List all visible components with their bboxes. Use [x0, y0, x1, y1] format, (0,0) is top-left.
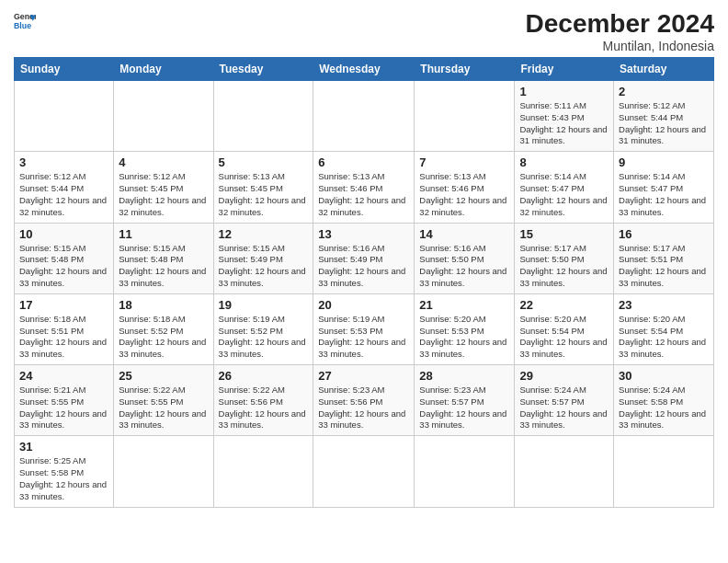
calendar-cell: 12Sunrise: 5:15 AMSunset: 5:49 PMDayligh… — [213, 223, 313, 293]
calendar-cell — [114, 436, 213, 507]
day-info: Sunrise: 5:15 AMSunset: 5:49 PMDaylight:… — [219, 243, 309, 290]
day-number: 4 — [119, 155, 208, 169]
day-info: Sunrise: 5:11 AMSunset: 5:43 PMDaylight:… — [519, 100, 609, 147]
calendar-cell — [515, 436, 614, 507]
calendar-cell: 31Sunrise: 5:25 AMSunset: 5:58 PMDayligh… — [15, 436, 114, 507]
calendar-cell: 29Sunrise: 5:24 AMSunset: 5:57 PMDayligh… — [515, 365, 614, 436]
calendar-cell: 25Sunrise: 5:22 AMSunset: 5:55 PMDayligh… — [114, 365, 213, 436]
calendar-cell: 26Sunrise: 5:22 AMSunset: 5:56 PMDayligh… — [213, 365, 313, 436]
day-number: 9 — [619, 155, 709, 169]
day-info: Sunrise: 5:17 AMSunset: 5:50 PMDaylight:… — [519, 243, 609, 290]
calendar-cell: 18Sunrise: 5:18 AMSunset: 5:52 PMDayligh… — [114, 293, 213, 364]
day-number: 21 — [419, 298, 509, 312]
calendar-cell: 11Sunrise: 5:15 AMSunset: 5:48 PMDayligh… — [114, 223, 213, 293]
calendar-cell: 10Sunrise: 5:15 AMSunset: 5:48 PMDayligh… — [15, 223, 114, 293]
day-number: 31 — [19, 440, 108, 454]
col-monday: Monday — [114, 58, 213, 81]
header: General Blue December 2024 Muntilan, Ind… — [14, 9, 714, 53]
day-info: Sunrise: 5:18 AMSunset: 5:52 PMDaylight:… — [119, 314, 208, 361]
day-info: Sunrise: 5:19 AMSunset: 5:52 PMDaylight:… — [219, 314, 309, 361]
calendar-cell: 16Sunrise: 5:17 AMSunset: 5:51 PMDayligh… — [614, 223, 714, 293]
day-number: 20 — [318, 298, 409, 312]
calendar-table: Sunday Monday Tuesday Wednesday Thursday… — [14, 57, 714, 508]
day-info: Sunrise: 5:12 AMSunset: 5:44 PMDaylight:… — [619, 100, 709, 147]
day-info: Sunrise: 5:12 AMSunset: 5:45 PMDaylight:… — [119, 171, 208, 218]
day-info: Sunrise: 5:20 AMSunset: 5:53 PMDaylight:… — [419, 314, 509, 361]
day-info: Sunrise: 5:15 AMSunset: 5:48 PMDaylight:… — [19, 243, 108, 290]
day-number: 28 — [419, 369, 509, 383]
day-info: Sunrise: 5:20 AMSunset: 5:54 PMDaylight:… — [519, 314, 609, 361]
day-number: 2 — [619, 85, 709, 98]
day-info: Sunrise: 5:24 AMSunset: 5:58 PMDaylight:… — [619, 385, 709, 431]
calendar-week-4: 24Sunrise: 5:21 AMSunset: 5:55 PMDayligh… — [15, 365, 714, 436]
day-number: 14 — [419, 227, 509, 241]
calendar-cell: 6Sunrise: 5:13 AMSunset: 5:46 PMDaylight… — [313, 152, 415, 223]
calendar-cell — [415, 81, 515, 152]
svg-text:Blue: Blue — [14, 21, 31, 30]
calendar-cell: 27Sunrise: 5:23 AMSunset: 5:56 PMDayligh… — [313, 365, 415, 436]
day-number: 23 — [619, 298, 709, 312]
calendar-cell: 17Sunrise: 5:18 AMSunset: 5:51 PMDayligh… — [15, 293, 114, 364]
day-number: 24 — [19, 369, 108, 383]
day-number: 12 — [219, 227, 309, 241]
day-info: Sunrise: 5:17 AMSunset: 5:51 PMDaylight:… — [619, 243, 709, 290]
calendar-cell: 1Sunrise: 5:11 AMSunset: 5:43 PMDaylight… — [515, 81, 614, 152]
col-friday: Friday — [515, 58, 614, 81]
calendar-cell: 13Sunrise: 5:16 AMSunset: 5:49 PMDayligh… — [313, 223, 415, 293]
calendar-week-2: 10Sunrise: 5:15 AMSunset: 5:48 PMDayligh… — [15, 223, 714, 293]
day-info: Sunrise: 5:24 AMSunset: 5:57 PMDaylight:… — [519, 385, 609, 431]
calendar-week-3: 17Sunrise: 5:18 AMSunset: 5:51 PMDayligh… — [15, 293, 714, 364]
day-info: Sunrise: 5:16 AMSunset: 5:49 PMDaylight:… — [318, 243, 409, 290]
calendar-cell: 24Sunrise: 5:21 AMSunset: 5:55 PMDayligh… — [15, 365, 114, 436]
day-number: 1 — [519, 85, 609, 98]
header-row: Sunday Monday Tuesday Wednesday Thursday… — [15, 58, 714, 81]
calendar-cell — [313, 436, 415, 507]
calendar-cell: 30Sunrise: 5:24 AMSunset: 5:58 PMDayligh… — [614, 365, 714, 436]
calendar-cell: 15Sunrise: 5:17 AMSunset: 5:50 PMDayligh… — [515, 223, 614, 293]
calendar-cell: 22Sunrise: 5:20 AMSunset: 5:54 PMDayligh… — [515, 293, 614, 364]
col-wednesday: Wednesday — [313, 58, 415, 81]
calendar-cell — [15, 81, 114, 152]
day-number: 19 — [219, 298, 309, 312]
calendar-cell: 20Sunrise: 5:19 AMSunset: 5:53 PMDayligh… — [313, 293, 415, 364]
col-sunday: Sunday — [15, 58, 114, 81]
col-tuesday: Tuesday — [213, 58, 313, 81]
calendar-cell: 19Sunrise: 5:19 AMSunset: 5:52 PMDayligh… — [213, 293, 313, 364]
day-info: Sunrise: 5:16 AMSunset: 5:50 PMDaylight:… — [419, 243, 509, 290]
calendar-cell — [213, 436, 313, 507]
calendar-cell: 4Sunrise: 5:12 AMSunset: 5:45 PMDaylight… — [114, 152, 213, 223]
day-number: 30 — [619, 369, 709, 383]
day-info: Sunrise: 5:23 AMSunset: 5:56 PMDaylight:… — [318, 385, 409, 431]
day-number: 25 — [119, 369, 208, 383]
calendar-cell: 23Sunrise: 5:20 AMSunset: 5:54 PMDayligh… — [614, 293, 714, 364]
calendar-cell — [114, 81, 213, 152]
day-info: Sunrise: 5:25 AMSunset: 5:58 PMDaylight:… — [19, 455, 108, 502]
title-block: December 2024 Muntilan, Indonesia — [526, 9, 714, 53]
calendar-cell — [415, 436, 515, 507]
calendar-week-1: 3Sunrise: 5:12 AMSunset: 5:44 PMDaylight… — [15, 152, 714, 223]
col-thursday: Thursday — [415, 58, 515, 81]
day-info: Sunrise: 5:18 AMSunset: 5:51 PMDaylight:… — [19, 314, 108, 361]
calendar-week-0: 1Sunrise: 5:11 AMSunset: 5:43 PMDaylight… — [15, 81, 714, 152]
logo-icon: General Blue — [14, 9, 36, 31]
day-number: 16 — [619, 227, 709, 241]
day-number: 10 — [19, 227, 108, 241]
day-number: 26 — [219, 369, 309, 383]
day-info: Sunrise: 5:14 AMSunset: 5:47 PMDaylight:… — [619, 171, 709, 218]
day-info: Sunrise: 5:13 AMSunset: 5:45 PMDaylight:… — [219, 171, 309, 218]
calendar-cell: 7Sunrise: 5:13 AMSunset: 5:46 PMDaylight… — [415, 152, 515, 223]
day-number: 13 — [318, 227, 409, 241]
day-info: Sunrise: 5:21 AMSunset: 5:55 PMDaylight:… — [19, 385, 108, 431]
day-number: 8 — [519, 155, 609, 169]
day-info: Sunrise: 5:19 AMSunset: 5:53 PMDaylight:… — [318, 314, 409, 361]
day-number: 15 — [519, 227, 609, 241]
calendar-cell: 21Sunrise: 5:20 AMSunset: 5:53 PMDayligh… — [415, 293, 515, 364]
calendar-cell — [313, 81, 415, 152]
day-info: Sunrise: 5:13 AMSunset: 5:46 PMDaylight:… — [318, 171, 409, 218]
day-number: 11 — [119, 227, 208, 241]
day-info: Sunrise: 5:13 AMSunset: 5:46 PMDaylight:… — [419, 171, 509, 218]
day-number: 27 — [318, 369, 409, 383]
month-title: December 2024 — [526, 9, 714, 39]
col-saturday: Saturday — [614, 58, 714, 81]
calendar-week-5: 31Sunrise: 5:25 AMSunset: 5:58 PMDayligh… — [15, 436, 714, 507]
